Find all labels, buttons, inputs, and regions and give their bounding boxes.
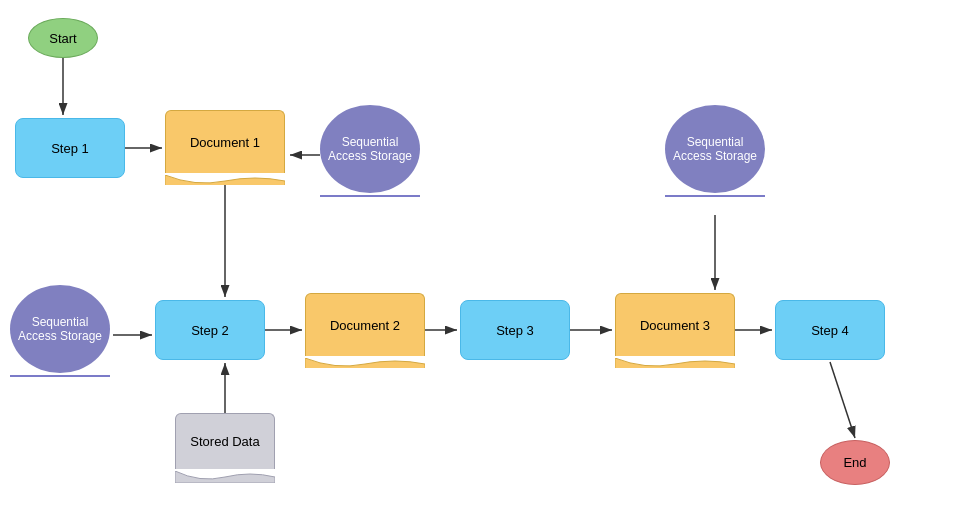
arrows-layer bbox=[0, 0, 980, 511]
start-label: Start bbox=[49, 31, 76, 46]
step3-node: Step 3 bbox=[460, 300, 570, 360]
seq1-node: Sequential Access Storage bbox=[320, 105, 420, 210]
end-node: End bbox=[820, 440, 890, 485]
seq2-label: Sequential Access Storage bbox=[18, 315, 102, 343]
doc1-node: Document 1 bbox=[165, 110, 285, 185]
doc2-node: Document 2 bbox=[305, 293, 425, 368]
step2-label: Step 2 bbox=[191, 323, 229, 338]
step3-label: Step 3 bbox=[496, 323, 534, 338]
doc2-label: Document 2 bbox=[330, 318, 400, 333]
diagram-canvas: Start Step 1 Document 1 Sequential Acces… bbox=[0, 0, 980, 511]
seq3-node: Sequential Access Storage bbox=[665, 105, 765, 210]
step4-label: Step 4 bbox=[811, 323, 849, 338]
seq3-label: Sequential Access Storage bbox=[673, 135, 757, 163]
doc1-label: Document 1 bbox=[190, 135, 260, 150]
stored-data-node: Stored Data bbox=[175, 413, 275, 481]
seq2-node: Sequential Access Storage bbox=[10, 285, 110, 390]
end-label: End bbox=[843, 455, 866, 470]
stored-data-label: Stored Data bbox=[190, 434, 259, 449]
seq1-label: Sequential Access Storage bbox=[328, 135, 412, 163]
start-node: Start bbox=[28, 18, 98, 58]
doc3-label: Document 3 bbox=[640, 318, 710, 333]
step1-node: Step 1 bbox=[15, 118, 125, 178]
step2-node: Step 2 bbox=[155, 300, 265, 360]
doc3-node: Document 3 bbox=[615, 293, 735, 368]
svg-line-12 bbox=[830, 362, 855, 438]
step1-label: Step 1 bbox=[51, 141, 89, 156]
step4-node: Step 4 bbox=[775, 300, 885, 360]
